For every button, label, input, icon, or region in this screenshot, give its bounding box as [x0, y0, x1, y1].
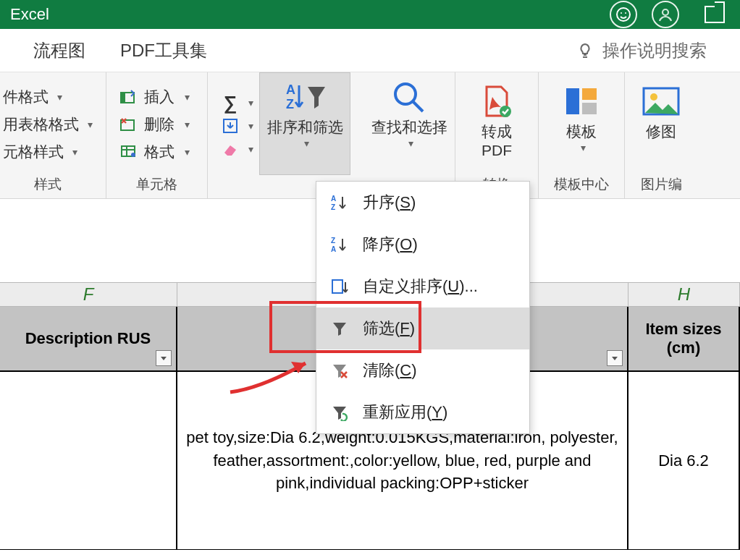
- delete-label: 删除: [144, 114, 175, 135]
- sort-filter-label: 排序和筛选: [267, 117, 343, 137]
- account-icon[interactable]: [652, 1, 679, 28]
- menu-reapply[interactable]: 重新应用(Y): [316, 391, 529, 433]
- menu-custom-sort-label: 自定义排序(U)...: [363, 276, 478, 297]
- sort-filter-icon: A Z: [283, 77, 327, 117]
- cell-styles-button[interactable]: 元格样式▾: [0, 140, 96, 164]
- col-header-F[interactable]: F: [0, 283, 177, 306]
- filter-dropdown-button[interactable]: [156, 350, 172, 366]
- filter-dropdown-button[interactable]: [607, 350, 623, 366]
- insert-button[interactable]: 插入 ▾: [117, 85, 197, 109]
- svg-text:Z: Z: [286, 97, 294, 111]
- menu-filter[interactable]: 筛选(F): [316, 307, 529, 349]
- svg-rect-26: [332, 280, 342, 293]
- svg-point-2: [625, 12, 626, 14]
- insert-icon: [119, 89, 138, 105]
- sort-desc-icon: ZA: [329, 236, 350, 253]
- format-button[interactable]: 格式 ▾: [117, 140, 197, 164]
- header-cell-F-label: Description RUS: [25, 329, 151, 348]
- menu-clear-label: 清除(C): [363, 360, 417, 381]
- svg-text:Z: Z: [331, 203, 335, 211]
- chevron-down-icon: ▾: [581, 142, 586, 153]
- clear-filter-icon: [329, 362, 350, 379]
- chevron-down-icon: ▾: [248, 143, 253, 155]
- cell-F[interactable]: [0, 372, 177, 549]
- delete-icon: [119, 116, 138, 132]
- svg-rect-18: [582, 88, 597, 100]
- tab-pdf-tools[interactable]: PDF工具集: [120, 39, 207, 62]
- svg-text:A: A: [286, 82, 295, 97]
- picture-icon: [642, 81, 680, 122]
- menu-custom-sort[interactable]: 自定义排序(U)...: [316, 266, 529, 307]
- to-pdf-button[interactable]: 转成 PDF: [466, 77, 528, 172]
- group-template: 模板 ▾ 模板中心: [539, 72, 625, 198]
- sort-asc-icon: AZ: [329, 194, 350, 211]
- group-image: 修图 图片编: [625, 72, 697, 198]
- svg-point-10: [131, 153, 135, 157]
- find-select-button[interactable]: 查找和选择 ▾: [363, 72, 455, 175]
- group-label-styles: 样式: [0, 172, 96, 198]
- menu-sort-desc[interactable]: ZA 降序(O): [316, 224, 529, 266]
- app-title: Excel: [10, 5, 49, 24]
- conditional-format-button[interactable]: 件格式▾: [0, 85, 96, 109]
- tell-me-search[interactable]: 操作说明搜索: [576, 39, 707, 62]
- svg-point-21: [650, 93, 657, 101]
- tab-flowchart[interactable]: 流程图: [33, 39, 85, 62]
- group-sort-find: A Z 排序和筛选 ▾ 查找和选择 ▾: [259, 72, 455, 198]
- chevron-down-icon[interactable]: ▾: [180, 146, 194, 158]
- menu-filter-label: 筛选(F): [363, 318, 415, 339]
- group-label-image: 图片编: [635, 172, 687, 198]
- cell-styles-label: 元格样式: [3, 142, 64, 162]
- group-label-template: 模板中心: [549, 172, 614, 198]
- format-label: 格式: [144, 142, 175, 162]
- delete-button[interactable]: 删除 ▾: [117, 113, 197, 136]
- find-select-label: 查找和选择: [371, 117, 447, 137]
- fix-image-label: 修图: [646, 122, 676, 142]
- chevron-down-icon: ▾: [248, 120, 253, 132]
- svg-line-15: [413, 101, 423, 111]
- ribbon-tabs: 流程图 PDF工具集 操作说明搜索: [0, 29, 740, 72]
- chevron-down-icon[interactable]: ▾: [180, 119, 194, 130]
- fix-image-button[interactable]: 修图: [635, 77, 687, 172]
- title-bar: Excel: [0, 0, 740, 29]
- chevron-down-icon: ▾: [408, 137, 413, 149]
- custom-sort-icon: [329, 278, 350, 295]
- filter-icon: [329, 320, 350, 337]
- menu-sort-asc[interactable]: AZ 升序(S): [316, 182, 529, 224]
- menu-sort-desc-label: 降序(O): [363, 234, 418, 255]
- header-cell-H-label-2: (cm): [667, 339, 700, 357]
- to-pdf-label-1: 转成: [482, 122, 512, 142]
- header-cell-H-label-1: Item sizes: [645, 320, 721, 339]
- ribbon: 件格式▾ 用表格格式▾ 元格样式▾ 样式 插入 ▾: [0, 72, 740, 199]
- chevron-down-icon: ▾: [72, 146, 77, 158]
- insert-label: 插入: [144, 87, 175, 107]
- header-cell-item-sizes[interactable]: Item sizes (cm): [628, 307, 740, 370]
- svg-text:A: A: [331, 245, 336, 253]
- fill-down-icon: [221, 118, 240, 134]
- autosum-button[interactable]: ∑ ▾: [218, 93, 256, 112]
- window-icon[interactable]: [699, 0, 730, 30]
- reapply-icon: [329, 404, 350, 421]
- fill-button[interactable]: ▾: [218, 116, 256, 135]
- svg-point-1: [621, 12, 622, 14]
- to-pdf-label-2: PDF: [482, 142, 512, 159]
- clear-button[interactable]: ▾: [218, 140, 256, 158]
- group-label-cells: 单元格: [117, 172, 197, 198]
- menu-clear[interactable]: 清除(C): [316, 349, 529, 391]
- template-button[interactable]: 模板 ▾: [549, 77, 614, 172]
- svg-rect-17: [566, 88, 579, 114]
- lightbulb-icon: [576, 42, 594, 59]
- sort-filter-button[interactable]: A Z 排序和筛选 ▾: [259, 72, 350, 175]
- chevron-down-icon: ▾: [57, 91, 62, 103]
- cell-H[interactable]: Dia 6.2: [628, 372, 740, 549]
- sort-filter-dropdown: AZ 升序(S) ZA 降序(O) 自定义排序(U)... 筛选(F) 清除(C…: [316, 181, 530, 434]
- conditional-format-label: 件格式: [3, 87, 49, 107]
- header-cell-description-rus[interactable]: Description RUS: [0, 307, 177, 370]
- col-header-H[interactable]: H: [628, 283, 740, 306]
- template-icon: [563, 81, 600, 122]
- eraser-icon: [221, 141, 240, 157]
- emoji-icon[interactable]: [610, 1, 637, 28]
- svg-point-3: [663, 9, 668, 15]
- table-format-button[interactable]: 用表格格式▾: [0, 113, 96, 136]
- chevron-down-icon[interactable]: ▾: [180, 91, 194, 103]
- group-styles: 件格式▾ 用表格格式▾ 元格样式▾ 样式: [0, 72, 106, 198]
